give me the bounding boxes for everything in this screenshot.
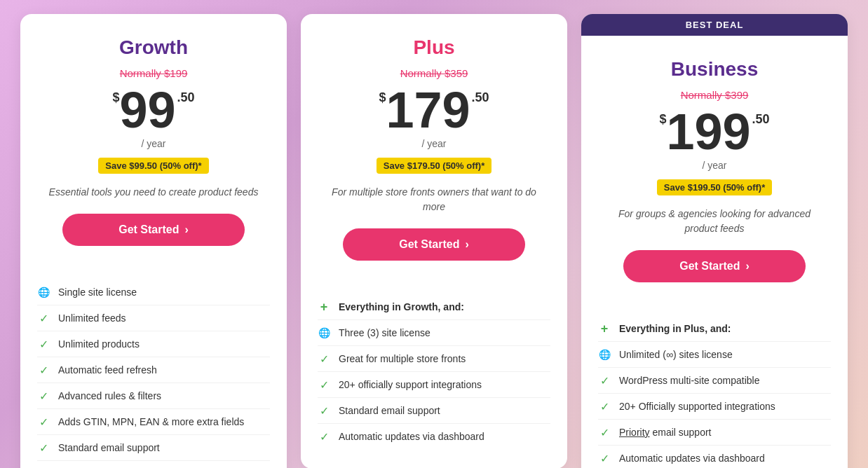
pricing-card-business: BEST DEAL Business Normally $399 $ 199 .… — [581, 14, 848, 468]
get-started-button-business[interactable]: Get Started › — [623, 250, 805, 282]
feature-text: Advanced rules & filters — [58, 390, 161, 401]
globe-icon: 🌐 — [318, 326, 330, 339]
save-badge-business: Save $199.50 (50% off)* — [657, 179, 773, 195]
pricing-container: Growth Normally $199 $ 99 . 50 / year Sa… — [20, 14, 848, 468]
price-cents-business: 50 — [756, 112, 770, 127]
plan-name-plus: Plus — [320, 36, 548, 59]
feature-everything-label: Everything in Growth, and: — [339, 301, 464, 312]
feature-item-growth-0: 🌐 Single site license — [37, 280, 270, 305]
check-icon: ✓ — [598, 400, 611, 413]
feature-item-business-2: ✓ WordPress multi-site compatible — [598, 368, 831, 394]
price-dollar-business: $ — [659, 112, 666, 127]
check-icon: ✓ — [37, 415, 50, 428]
feature-item-plus-1: 🌐 Three (3) site license — [318, 320, 550, 346]
plan-description-growth: Essential tools you need to create produ… — [40, 185, 267, 200]
feature-item-plus-2: ✓ Great for multiple store fronts — [318, 346, 550, 372]
price-row-growth: $ 99 . 50 — [40, 85, 267, 135]
save-badge-plus: Save $179.50 (50% off)* — [377, 158, 492, 174]
get-started-button-plus[interactable]: Get Started › — [343, 228, 524, 261]
card-header-plus: Plus Normally $359 $ 179 . 50 / year Sav… — [301, 14, 567, 277]
feature-item-plus-3: ✓ 20+ officially support integrations — [318, 372, 550, 398]
globe-icon: 🌐 — [37, 286, 50, 298]
price-period-business: / year — [601, 160, 828, 171]
features-list-growth: 🌐 Single site license ✓ Unlimited feeds … — [20, 263, 287, 468]
feature-item-business-1: 🌐 Unlimited (∞) sites license — [598, 342, 831, 368]
plan-description-business: For groups & agencies looking for advanc… — [601, 207, 828, 236]
check-icon: ✓ — [37, 338, 50, 350]
plan-name-growth: Growth — [40, 36, 267, 59]
feature-text: Three (3) site license — [339, 327, 430, 338]
feature-text: Adds GTIN, MPN, EAN & more extra fields — [58, 416, 244, 427]
feature-text: Single site license — [58, 287, 137, 298]
price-cents-plus: 50 — [475, 90, 489, 105]
feature-item-plus-0: + Everything in Growth, and: — [318, 294, 550, 320]
feature-text: Unlimited products — [58, 338, 140, 350]
check-icon: ✓ — [318, 404, 330, 417]
price-dollar-growth: $ — [112, 90, 119, 105]
price-main-plus: 179 — [386, 85, 470, 135]
chevron-right-icon: › — [465, 238, 468, 251]
feature-item-growth-6: ✓ Standard email support — [37, 435, 270, 461]
feature-text: Unlimited (∞) sites license — [619, 349, 733, 360]
get-started-button-growth[interactable]: Get Started › — [62, 214, 244, 246]
card-header-growth: Growth Normally $199 $ 99 . 50 / year Sa… — [20, 14, 287, 263]
original-price-growth: Normally $199 — [40, 67, 267, 79]
feature-item-growth-1: ✓ Unlimited feeds — [37, 305, 270, 331]
feature-item-plus-4: ✓ Standard email support — [318, 398, 550, 424]
feature-item-growth-4: ✓ Advanced rules & filters — [37, 383, 270, 409]
price-main-business: 199 — [666, 106, 750, 157]
pricing-card-growth: Growth Normally $199 $ 99 . 50 / year Sa… — [20, 14, 287, 468]
chevron-right-icon: › — [745, 260, 749, 273]
feature-item-business-3: ✓ 20+ Officially supported integrations — [598, 394, 831, 420]
feature-text: 20+ Officially supported integrations — [619, 401, 775, 412]
original-price-business: Normally $399 — [601, 89, 828, 101]
features-list-business: + Everything in Plus, and: 🌐 Unlimited (… — [581, 299, 848, 468]
price-main-growth: 99 — [119, 85, 175, 135]
save-badge-growth: Save $99.50 (50% off)* — [98, 158, 208, 174]
feature-item-business-4: ✓ Priority email support — [598, 420, 831, 446]
price-period-growth: / year — [40, 138, 267, 149]
feature-text: WordPress multi-site compatible — [619, 375, 759, 386]
feature-item-plus-5: ✓ Automatic updates via dashboard — [318, 424, 550, 449]
feature-item-growth-7: ✓ Automatic updates via dashboard — [37, 461, 270, 468]
feature-item-business-0: + Everything in Plus, and: — [598, 316, 831, 342]
feature-item-growth-3: ✓ Automatic feed refresh — [37, 357, 270, 383]
feature-item-growth-2: ✓ Unlimited products — [37, 331, 270, 357]
check-icon: ✓ — [318, 378, 330, 391]
feature-text: Great for multiple store fronts — [339, 353, 466, 364]
feature-text: Priority email support — [619, 427, 712, 438]
original-price-plus: Normally $359 — [320, 67, 548, 79]
check-icon: ✓ — [37, 390, 50, 402]
globe-icon: 🌐 — [598, 348, 611, 361]
chevron-right-icon: › — [184, 223, 188, 236]
price-dollar-plus: $ — [379, 90, 386, 105]
feature-text: Automatic feed refresh — [58, 364, 157, 376]
feature-text: Standard email support — [339, 405, 440, 416]
check-icon: ✓ — [37, 441, 50, 454]
check-icon: ✓ — [598, 374, 611, 387]
feature-text: Automatic updates via dashboard — [619, 453, 765, 464]
check-icon: ✓ — [318, 430, 330, 443]
plan-name-business: Business — [601, 58, 828, 81]
feature-text: Unlimited feeds — [58, 312, 126, 324]
price-period-plus: / year — [320, 138, 548, 149]
plus-icon: + — [318, 301, 330, 313]
priority-label: Priority — [619, 427, 650, 438]
feature-text: 20+ officially support integrations — [339, 379, 482, 390]
feature-text: Automatic updates via dashboard — [339, 431, 484, 442]
price-row-business: $ 199 . 50 — [601, 106, 828, 157]
feature-item-growth-5: ✓ Adds GTIN, MPN, EAN & more extra field… — [37, 409, 270, 435]
card-header-business: Business Normally $399 $ 199 . 50 / year… — [581, 36, 848, 299]
price-row-plus: $ 179 . 50 — [320, 85, 548, 135]
check-icon: ✓ — [598, 452, 611, 464]
price-cents-growth: 50 — [181, 90, 195, 105]
feature-item-business-5: ✓ Automatic updates via dashboard — [598, 446, 831, 468]
plan-description-plus: For multiple store fronts owners that wa… — [320, 185, 548, 214]
feature-text: Standard email support — [58, 442, 160, 453]
check-icon: ✓ — [318, 352, 330, 365]
pricing-card-plus: Plus Normally $359 $ 179 . 50 / year Sav… — [301, 14, 567, 468]
plus-icon: + — [598, 322, 611, 335]
check-icon: ✓ — [37, 364, 50, 376]
best-deal-banner: BEST DEAL — [581, 14, 848, 36]
check-icon: ✓ — [598, 426, 611, 439]
